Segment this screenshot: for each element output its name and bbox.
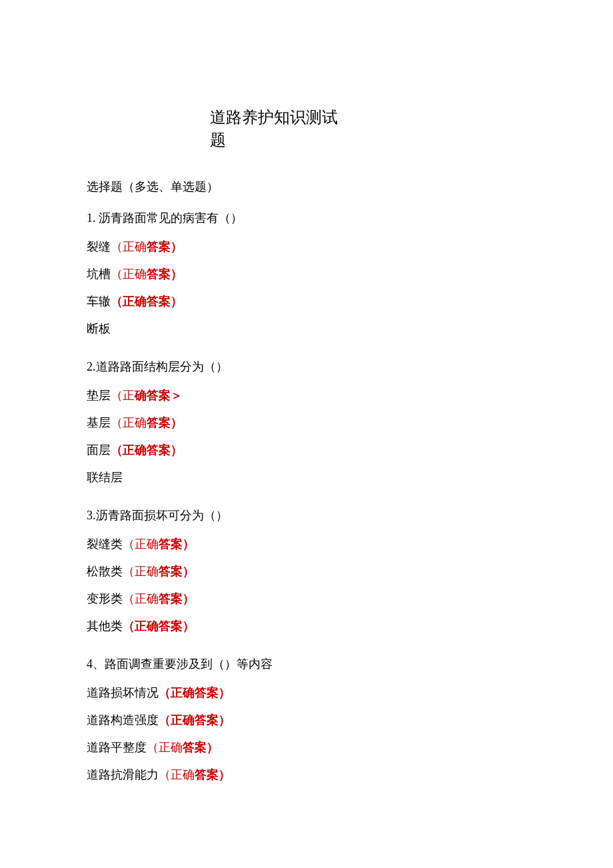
option-label: 断板 — [87, 322, 111, 335]
option-label: 松散类 — [87, 565, 123, 578]
answer-mark: （正确 — [147, 741, 183, 754]
option-label: 裂缝 — [87, 240, 111, 253]
q3-option-c: 变形类（正确答案） — [87, 590, 526, 608]
q2-option-b: 基层（正确答案） — [87, 414, 526, 432]
answer-mark-bold: 答案） — [159, 565, 195, 578]
answer-mark-bold: （正确答案） — [159, 713, 231, 727]
option-label: 裂缝类 — [87, 537, 123, 551]
q4-option-c: 道路平整度（正确答案） — [87, 739, 526, 757]
option-label: 垫层 — [87, 389, 111, 402]
q4-option-d: 道路抗滑能力（正确答案） — [87, 766, 526, 784]
answer-mark-bold: （正确答案） — [123, 619, 195, 633]
answer-mark-bold: 答案） — [147, 267, 183, 281]
answer-mark-bold: 答案） — [183, 741, 219, 754]
q1-option-d: 断板 — [87, 320, 526, 338]
q1-option-a: 裂缝（正确答案） — [87, 238, 526, 256]
q2-option-d: 联结层 — [87, 469, 526, 487]
answer-mark: （正确 — [123, 592, 159, 605]
document-title: 道路养护知识测试 题 — [210, 107, 526, 151]
option-label: 其他类 — [87, 619, 123, 633]
answer-mark: （正确 — [123, 537, 159, 551]
answer-mark-bold: 答案） — [147, 416, 183, 429]
q3-option-b: 松散类（正确答案） — [87, 563, 526, 581]
answer-mark-bold: （正确答案） — [111, 443, 183, 457]
answer-mark-bold: 答案） — [147, 240, 183, 253]
option-label: 基层 — [87, 416, 111, 429]
question-2: 2.道路路面结构层分为（） — [87, 358, 526, 376]
option-label: 联结层 — [87, 471, 123, 484]
answer-mark-bold: 确答案＞ — [135, 389, 183, 402]
option-label: 车辙 — [87, 295, 111, 308]
answer-mark: （正 — [111, 389, 135, 402]
answer-mark-bold: （正确答案） — [111, 295, 183, 308]
option-label: 道路抗滑能力 — [87, 768, 159, 781]
option-label: 变形类 — [87, 592, 123, 605]
section-heading: 选择题（多选、单选题） — [87, 178, 526, 196]
title-line-1: 道路养护知识测试 — [210, 107, 526, 129]
option-label: 道路平整度 — [87, 741, 147, 754]
answer-mark: （正确 — [111, 416, 147, 429]
q2-option-a: 垫层（正确答案＞ — [87, 387, 526, 405]
answer-mark-bold: 答案） — [195, 768, 231, 781]
question-1: 1. 沥青路面常见的病害有（） — [87, 209, 526, 227]
q1-option-c: 车辙（正确答案） — [87, 293, 526, 311]
q3-option-d: 其他类（正确答案） — [87, 617, 526, 635]
answer-mark: （正确 — [111, 240, 147, 253]
answer-mark: （正确 — [123, 565, 159, 578]
question-3: 3.沥青路面损坏可分为（） — [87, 507, 526, 525]
title-line-2: 题 — [210, 129, 526, 152]
option-label: 坑槽 — [87, 267, 111, 281]
q4-option-b: 道路构造强度（正确答案） — [87, 711, 526, 729]
answer-mark-bold: （正确答案） — [159, 686, 231, 699]
answer-mark: （正确 — [159, 768, 195, 781]
option-label: 道路构造强度 — [87, 713, 159, 727]
answer-mark: （正确 — [111, 267, 147, 281]
answer-mark-bold: 答案） — [159, 537, 195, 551]
q1-option-b: 坑槽（正确答案） — [87, 265, 526, 283]
option-label: 面层 — [87, 443, 111, 457]
q2-option-c: 面层（正确答案） — [87, 441, 526, 459]
answer-mark-bold: 答案） — [159, 592, 195, 605]
q3-option-a: 裂缝类（正确答案） — [87, 535, 526, 553]
option-label: 道路损坏情况 — [87, 686, 159, 699]
question-4: 4、路面调查重要涉及到（）等内容 — [87, 655, 526, 673]
q4-option-a: 道路损坏情况（正确答案） — [87, 684, 526, 702]
